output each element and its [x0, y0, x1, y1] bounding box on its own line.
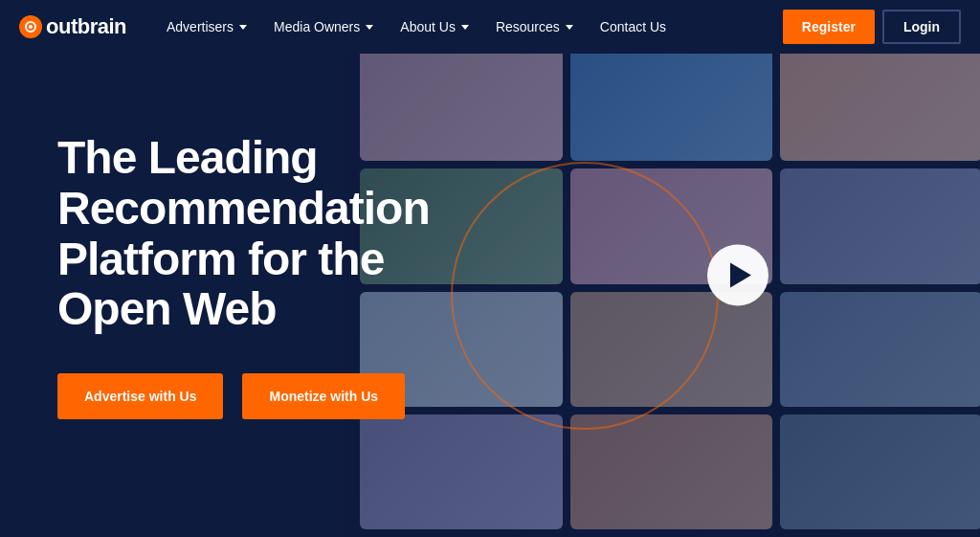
chevron-down-icon — [239, 25, 247, 30]
play-icon — [730, 262, 751, 287]
nav-item-about-us[interactable]: About Us — [389, 11, 480, 42]
navbar: outbrain Advertisers Media Owners About … — [0, 0, 980, 54]
logo-icon — [19, 15, 42, 38]
nav-item-media-owners[interactable]: Media Owners — [262, 11, 385, 42]
hero-section: The Leading Recommendation Platform for … — [0, 0, 980, 537]
hero-content: The Leading Recommendation Platform for … — [0, 79, 498, 458]
play-button[interactable] — [707, 244, 768, 305]
advertise-button[interactable]: Advertise with Us — [57, 373, 223, 419]
chevron-down-icon — [566, 25, 573, 30]
nav-item-contact-us[interactable]: Contact Us — [589, 11, 678, 42]
monetize-button[interactable]: Monetize with Us — [242, 373, 405, 419]
logo[interactable]: outbrain — [19, 14, 126, 39]
hero-headline: The Leading Recommendation Platform for … — [57, 133, 440, 335]
logo-text: outbrain — [46, 14, 126, 39]
nav-item-advertisers[interactable]: Advertisers — [155, 11, 258, 42]
login-button[interactable]: Login — [882, 10, 961, 44]
hero-cta-buttons: Advertise with Us Monetize with Us — [57, 373, 440, 419]
chevron-down-icon — [461, 25, 469, 30]
chevron-down-icon — [366, 25, 373, 30]
nav-actions: Register Login — [783, 10, 961, 44]
register-button[interactable]: Register — [783, 10, 875, 44]
svg-point-1 — [29, 25, 33, 29]
nav-items: Advertisers Media Owners About Us Resour… — [155, 11, 783, 42]
nav-item-resources[interactable]: Resources — [484, 11, 585, 42]
